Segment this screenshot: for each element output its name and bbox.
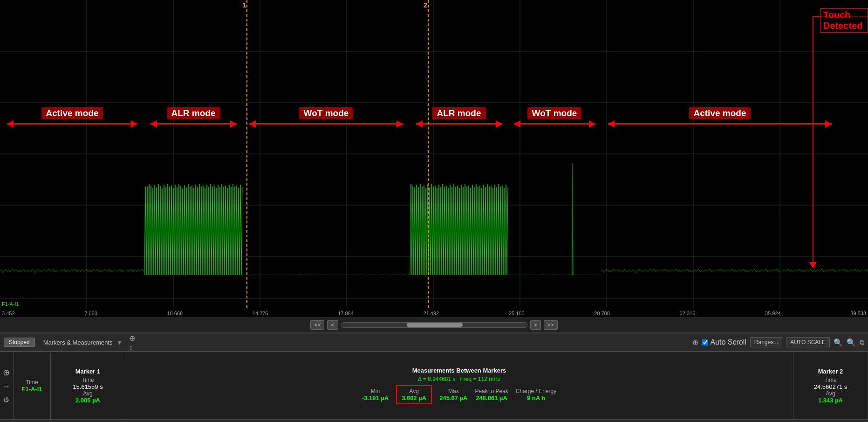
cursor-tool-icon[interactable]: ⊕ [3, 367, 10, 378]
marker1-time-label: Time [56, 377, 119, 383]
scroll-far-right-btn[interactable]: >> [544, 320, 558, 330]
mode-active-2-label: Active mode [689, 107, 751, 119]
charge-label: Charge / Energy [516, 388, 556, 394]
time-label: Time [19, 379, 45, 386]
marker1-avg-label: Avg [56, 390, 119, 397]
xaxis-label-8: 32.316 [680, 311, 696, 316]
min-value: -3.191 µA [362, 394, 389, 401]
marker1-title: Marker 1 [56, 368, 119, 375]
marker-2-line [428, 0, 429, 308]
auto-scale-button[interactable]: AUTO SCALE [786, 337, 830, 347]
xaxis-label-10: 39.533 [850, 311, 866, 316]
marker-2-label: 2 [424, 1, 427, 9]
marker2-avg-value: 1.343 µA [799, 397, 862, 404]
mode-alr-1: ALR mode [144, 107, 242, 128]
cursor-icon[interactable]: ⊕ [129, 334, 135, 343]
meas-min: Min -3.191 µA [362, 388, 389, 401]
left-icon-group: ⊕ ↕ [129, 334, 135, 351]
meas-peak-to-peak: Peak to Peak 248.861 µA [475, 388, 508, 401]
avg-value: 3.602 µA [402, 394, 426, 401]
stopped-button[interactable]: Stopped [4, 338, 35, 347]
meas-avg-highlighted: Avg 3.602 µA [396, 385, 432, 404]
zoom-in-icon[interactable]: ⊕ [692, 338, 698, 347]
marker-1-label: 1 [242, 1, 246, 9]
touch-arrow [809, 262, 817, 269]
meas-time-section: Time F1-A-I1 [14, 352, 51, 419]
marker1-time-value: 15.61559 s [56, 383, 119, 390]
mode-wot-1-label: WoT mode [299, 107, 354, 119]
between-stats: Δ = 8.944681 s Freq = 112 mHz [131, 376, 787, 382]
toolbar: Stopped Markers & Measurements ▼ ⊕ ↕ ⊕ A… [0, 333, 868, 352]
waveform [0, 0, 868, 317]
measurements-panel: ⊕ ↔ ⚙ Time F1-A-I1 Marker 1 Time 15.6155… [0, 352, 868, 419]
marker1-avg-value: 2.005 µA [56, 397, 119, 404]
between-freq: Freq = 112 mHz [460, 376, 500, 382]
ranges-button[interactable]: Ranges... [750, 337, 782, 347]
scroll-far-left-btn[interactable]: << [310, 320, 324, 330]
meas-charge-energy: Charge / Energy 9 nA h [516, 388, 556, 401]
scroll-left-btn[interactable]: < [327, 320, 338, 330]
mode-alr-1-label: ALR mode [167, 107, 220, 119]
scrollbar-area: << < > >> [0, 317, 868, 333]
channel-label: F1-A-I1 [2, 301, 19, 307]
mode-wot-2-label: WoT mode [527, 107, 582, 119]
scroll-right-btn[interactable]: > [530, 320, 541, 330]
xaxis-label-2: 10.668 [167, 311, 183, 316]
mode-alr-2-label: ALR mode [432, 107, 486, 119]
measure-tool-icon[interactable]: ↔ [3, 382, 10, 391]
auto-scroll-label[interactable]: Auto Scroll [702, 338, 746, 346]
charge-value: 9 nA h [516, 394, 556, 401]
measure-icon[interactable]: ↕ [129, 344, 135, 351]
meas-max: Max 245.67 µA [439, 388, 467, 401]
touch-detected-label: Touch Detected [820, 8, 868, 33]
xaxis-label-0: 3.452 [2, 311, 15, 316]
zoom-out-icon[interactable]: 🔍 [834, 338, 843, 347]
scope-area: Active mode ALR mode WoT mode ALR mode [0, 0, 868, 317]
p2p-value: 248.861 µA [475, 394, 508, 401]
xaxis-label-5: 21.492 [424, 311, 439, 316]
markers-dropdown-icon[interactable]: ▼ [116, 339, 123, 346]
auto-scroll-checkbox[interactable] [702, 339, 708, 346]
avg-label: Avg [402, 388, 426, 394]
avg-box: Avg 3.602 µA [396, 385, 432, 404]
xaxis-label-9: 35.924 [765, 311, 781, 316]
mode-active-1-label: Active mode [41, 107, 103, 119]
between-title: Measurements Between Markers [131, 367, 787, 374]
between-delta: Δ = 8.944681 s [418, 376, 455, 382]
max-value: 245.67 µA [439, 394, 467, 401]
p2p-label: Peak to Peak [475, 388, 508, 394]
mode-active-1: Active mode [0, 107, 144, 128]
min-label: Min [362, 388, 389, 394]
marker2-time-label: Time [799, 377, 862, 383]
marker-1-line [246, 0, 247, 308]
between-values: Min -3.191 µA Avg 3.602 µA Max 245.67 µA… [131, 385, 787, 404]
xaxis-label-7: 28.708 [594, 311, 610, 316]
mode-wot-1: WoT mode [242, 107, 410, 128]
toolbar-right: ⊕ Auto Scroll Ranges... AUTO SCALE 🔍 🔍 ⧉ [692, 337, 864, 347]
mode-wot-2: WoT mode [508, 107, 601, 128]
resize-icon: ⧉ [860, 339, 864, 346]
mode-active-2: Active mode [601, 107, 839, 128]
statusbar: 3.608 s / ▼ | Duration: 000:00:30 | Peri… [0, 419, 868, 422]
meas-icons: ⊕ ↔ ⚙ [0, 352, 14, 419]
meas-marker2-section: Marker 2 Time 24.560271 s Avg 1.343 µA [793, 352, 868, 419]
meas-marker1-section: Marker 1 Time 15.61559 s Avg 2.005 µA [51, 352, 125, 419]
max-label: Max [439, 388, 467, 394]
meas-between-section: Measurements Between Markers Δ = 8.94468… [125, 352, 793, 419]
xaxis-label-4: 17.884 [338, 311, 354, 316]
scroll-thumb[interactable] [407, 323, 463, 327]
scroll-track[interactable] [341, 322, 527, 328]
xaxis-label-1: 7.060 [84, 311, 97, 316]
auto-scroll-text: Auto Scroll [710, 338, 746, 346]
settings-tool-icon[interactable]: ⚙ [3, 395, 10, 404]
marker2-title: Marker 2 [799, 368, 862, 375]
channel-name: F1-A-I1 [19, 386, 45, 393]
xaxis-label-3: 14.276 [253, 311, 268, 316]
marker2-avg-label: Avg [799, 390, 862, 397]
markers-label: Markers & Measurements [43, 339, 113, 346]
xaxis-label-6: 25.100 [509, 311, 525, 316]
zoom-plus-icon[interactable]: 🔍 [847, 338, 856, 347]
mode-alr-2: ALR mode [410, 107, 508, 128]
touch-vline [813, 16, 813, 263]
marker2-time-value: 24.560271 s [799, 383, 862, 390]
